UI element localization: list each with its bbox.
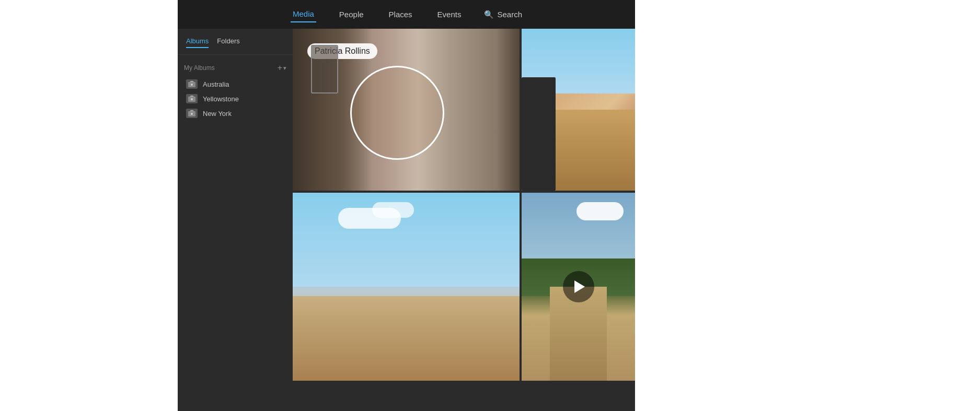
photo-road-video[interactable] [522,193,635,381]
chevron-down-icon: ▾ [283,65,286,72]
album-icon-australia [186,79,198,89]
play-icon [574,280,585,293]
sidebar-albums-section: My Albums + ▾ Australia [178,55,293,125]
nav-events[interactable]: Events [435,7,464,22]
search-icon: 🔍 [484,10,494,19]
sidebar-tabs: Albums Folders [178,37,293,55]
nav-places[interactable]: Places [387,7,414,22]
svg-point-1 [191,84,193,86]
tab-folders[interactable]: Folders [217,37,239,48]
left-white-space [0,0,178,411]
app-container: Media People Places Events 🔍 Search Albu… [178,0,635,411]
content-area: Albums Folders My Albums + ▾ [178,29,635,411]
photo-row-top: Patricia Rollins [293,29,635,191]
svg-point-5 [191,113,193,115]
play-button[interactable] [563,271,594,302]
add-album-button[interactable]: + ▾ [278,63,286,73]
my-albums-title: My Albums [184,64,215,72]
photo-row-bottom [293,193,635,381]
album-item-new-york[interactable]: New York [184,106,286,121]
album-item-yellowstone[interactable]: Yellowstone [184,91,286,106]
right-white-space [635,0,980,411]
tab-albums[interactable]: Albums [186,37,209,48]
album-label-new-york: New York [203,110,232,118]
photo-couple-hug[interactable] [522,29,635,191]
photo-woman-car[interactable]: Patricia Rollins [293,29,520,191]
sidebar: Albums Folders My Albums + ▾ [178,29,293,411]
album-label-australia: Australia [203,80,229,88]
album-label-yellowstone: Yellowstone [203,95,239,103]
photo-grid: Patricia Rollins [293,29,635,411]
album-item-australia[interactable]: Australia [184,77,286,91]
nav-people[interactable]: People [337,7,366,22]
nav-media[interactable]: Media [291,6,316,22]
plus-icon: + [278,63,282,73]
photo-two-women[interactable] [293,193,520,381]
nav-search[interactable]: 🔍 Search [484,10,522,19]
album-icon-new-york [186,109,198,118]
top-nav: Media People Places Events 🔍 Search [178,0,635,29]
person-circle [350,66,444,160]
svg-point-3 [191,98,193,100]
search-label[interactable]: Search [497,10,522,19]
sidebar-section-header: My Albums + ▾ [184,63,286,73]
album-icon-yellowstone [186,94,198,103]
